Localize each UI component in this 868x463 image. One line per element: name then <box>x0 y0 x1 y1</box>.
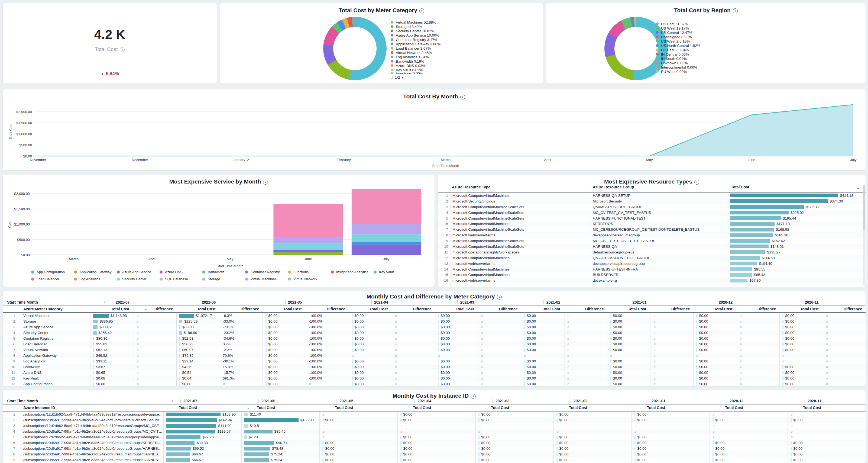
table-row[interactable]: 8microsoft.web/serverfarmsdevappservicer… <box>438 232 866 238</box>
legend-item[interactable]: IN South 0.04% <box>656 57 700 60</box>
sub-column-header[interactable]: Difference <box>585 307 603 311</box>
sub-column-header[interactable]: Total Cost <box>283 307 302 311</box>
table-row[interactable]: 3Azure App Service$330.51ø$88.80-73.1%$0… <box>3 324 866 330</box>
table-row[interactable]: 6Microsoft.Compute/virtualMachinesKERBER… <box>438 221 866 227</box>
column-header-resource-group[interactable]: Azure Resource Group <box>593 185 634 189</box>
table-row[interactable]: 3Microsoft.Compute/virtualMachineScaleSe… <box>438 204 866 210</box>
legend-item[interactable]: Application Gateway <box>74 270 112 274</box>
meter-category-donut-chart[interactable] <box>323 17 386 80</box>
legend-item[interactable]: Load Balancer <box>31 277 59 281</box>
legend-item[interactable]: US Central 12.47% <box>656 31 700 34</box>
table-row[interactable]: 10Bandwidth$3.67ø$4.2515.8%$0.00-100.0%$… <box>3 364 866 370</box>
sub-column-header[interactable]: Total Cost <box>725 406 743 410</box>
info-icon[interactable]: i <box>120 47 125 52</box>
table-row[interactable]: 12Key Vault$0.08ø$0.64691.0%$0.00-100.0%… <box>3 375 866 381</box>
legend-item[interactable]: Virtual Machines <box>245 277 277 281</box>
table-row[interactable]: 9/subscriptions/20d6a917-99fa-4b1b-9b2e-… <box>3 457 866 463</box>
table-row[interactable]: 2Storage$336.85ø$225.59-33.0%$0.00-100.0… <box>3 319 866 324</box>
info-icon[interactable]: i <box>497 295 502 299</box>
sub-column-header[interactable]: Total Cost <box>803 406 821 410</box>
info-icon[interactable]: i <box>460 95 465 99</box>
legend-item[interactable]: US East 2 0.94% <box>656 48 700 52</box>
sub-column-header[interactable]: Total Cost <box>542 307 560 311</box>
sub-column-header[interactable]: Difference <box>413 307 431 311</box>
legend-item[interactable]: US West 2 5.18% <box>656 39 700 43</box>
legend-item[interactable]: Functions 0.00% <box>391 71 423 74</box>
table-row[interactable]: 11microsoft.operationalinsights/workspac… <box>438 250 866 255</box>
sub-column-header[interactable]: Total Cost <box>628 307 646 311</box>
table-row[interactable]: 11Azure DNS$0.65ø$0.54-15.7%$0.00-100.0%… <box>3 370 866 375</box>
previous-months-chevron-icon[interactable]: ‹ <box>172 398 174 404</box>
vertical-scrollbar[interactable] <box>863 185 865 285</box>
legend-item[interactable]: Unassigned 8.93% <box>656 35 700 38</box>
category-column-header[interactable]: Azure Instance ID <box>23 406 55 410</box>
sub-column-header[interactable]: Total Cost <box>413 406 431 410</box>
column-header-resource-type[interactable]: Azure Resource Type <box>452 185 490 189</box>
sub-column-header[interactable]: Difference <box>241 307 259 311</box>
table-row[interactable]: 13microsoft.web/serverfarmsdevappservice… <box>438 261 866 266</box>
info-icon[interactable]: i <box>420 8 424 13</box>
legend-item[interactable]: US West 19.17% <box>656 27 700 30</box>
info-icon[interactable]: i <box>471 394 476 399</box>
legend-item[interactable]: Storage 13.42% <box>391 25 440 28</box>
sub-column-header[interactable]: Total Cost <box>197 307 215 311</box>
sort-chevron-icon[interactable]: ⌄ <box>144 306 147 311</box>
table-row[interactable]: 13App Configuration$0.00ø$0.00ø$0.00ø$0.… <box>3 381 866 386</box>
sub-column-header[interactable]: Total Cost <box>456 307 474 311</box>
legend-item[interactable]: Virtual Network <box>288 277 317 281</box>
legend-item[interactable]: Virtual Network 2.46% <box>391 51 440 54</box>
legend-item[interactable]: Azure App Service 10.00% <box>391 34 440 37</box>
sub-column-header[interactable]: Total Cost <box>800 307 818 311</box>
table-row[interactable]: 16microsoft.web/serverfarmsdocexample-rg… <box>438 278 866 283</box>
legend-item[interactable]: Azure DNS 0.03% <box>391 64 440 67</box>
table-row[interactable]: 7Microsoft.Compute/virtualMachineScaleSe… <box>438 227 866 232</box>
legend-item[interactable]: Container Registry <box>245 270 280 274</box>
legend-item[interactable]: Insight and Analytics <box>331 270 368 274</box>
sub-column-header[interactable]: Difference <box>327 307 345 311</box>
legend-page-up-icon[interactable]: ▲ <box>391 76 394 80</box>
legend-item[interactable]: EU West 0.00% <box>656 70 700 73</box>
table-row[interactable]: 6Load Balancer$55.82ø$56.230.7%$0.00-100… <box>3 341 866 347</box>
sub-column-header[interactable]: Difference <box>671 307 690 311</box>
legend-item[interactable]: Azure DNS <box>160 270 183 274</box>
scrollbar-thumb[interactable] <box>863 185 865 230</box>
table-row[interactable]: 1Virtual Machines$1,143.93ø$1,072.17-6.3… <box>3 313 866 319</box>
legend-item[interactable]: Key Vault 0.02% <box>391 68 440 71</box>
legend-item[interactable]: Virtual Machines 52.88% <box>391 21 440 24</box>
legend-item[interactable]: Load Balancer 2.67% <box>391 47 440 50</box>
table-row[interactable]: 3/subscriptions/12d2db62-5aa9-471d-84bb-… <box>3 423 866 429</box>
legend-item[interactable]: Security Center 10.82% <box>391 29 440 32</box>
info-icon[interactable]: i <box>733 8 738 13</box>
category-column-header[interactable]: Azure Meter Category <box>23 307 63 311</box>
table-row[interactable]: 2/subscriptions/20d6a917-99fa-4b1b-9b2e-… <box>3 417 866 423</box>
legend-item[interactable]: Log Analytics <box>74 277 100 281</box>
table-row[interactable]: 7/subscriptions/20d6a917-99fa-4b1b-9b2e-… <box>3 446 866 451</box>
legend-item[interactable]: Bandwidth 0.19% <box>391 60 440 63</box>
table-row[interactable]: 7Virtual Network$52.13ø$50.97-2.2%$0.00-… <box>3 347 866 353</box>
legend-item[interactable]: Security Center <box>117 277 147 281</box>
legend-item[interactable]: Application Gateway 3.00% <box>391 42 440 46</box>
legend-item[interactable]: App Configuration <box>31 270 65 274</box>
sub-column-header[interactable]: Total Cost <box>179 406 197 410</box>
sub-column-header[interactable]: Total Cost <box>714 307 732 311</box>
legend-page-down-icon[interactable]: ▼ <box>401 76 404 80</box>
table-row[interactable]: 5Microsoft.Compute/virtualMachineScaleSe… <box>438 215 866 221</box>
sub-column-header[interactable]: Total Cost <box>111 307 129 311</box>
sub-column-header[interactable]: Total Cost <box>647 406 665 410</box>
table-row[interactable]: 9Log Analytics$33.11ø$23.14-30.1%$0.00-1… <box>3 358 866 364</box>
table-row[interactable]: 4/subscriptions/20d6a917-99fa-4b1b-9b2e-… <box>3 429 866 434</box>
table-row[interactable]: 15Microsoft.Compute/virtualMachinesBUILD… <box>438 272 866 278</box>
table-row[interactable]: 10Microsoft.Compute/virtualMachineScaleS… <box>438 244 866 250</box>
info-icon[interactable]: i <box>263 180 268 184</box>
legend-item[interactable]: Unknown 0.03% <box>656 61 700 64</box>
info-icon[interactable]: i <box>694 180 699 184</box>
sub-column-header[interactable]: Difference <box>757 307 776 311</box>
legend-item[interactable]: Azure App Service <box>117 270 151 274</box>
sort-chevron-icon[interactable]: ⌄ <box>856 185 860 190</box>
column-header-total-cost[interactable]: Total Cost <box>731 185 749 189</box>
sub-column-header[interactable]: Difference <box>154 307 173 311</box>
table-row[interactable]: 8Application Gateway$46.52ø$79.3570.6%$0… <box>3 353 866 358</box>
table-row[interactable]: 8/subscriptions/20d6a917-99fa-4b1b-9b2e-… <box>3 451 866 457</box>
total-cost-by-month-area-chart[interactable]: $0.00$500.00$1,000.00$1,500.00$2,000.00N… <box>3 89 866 170</box>
table-row[interactable]: 1/subscriptions/12d2db62-5aa9-471d-84bb-… <box>3 411 866 417</box>
